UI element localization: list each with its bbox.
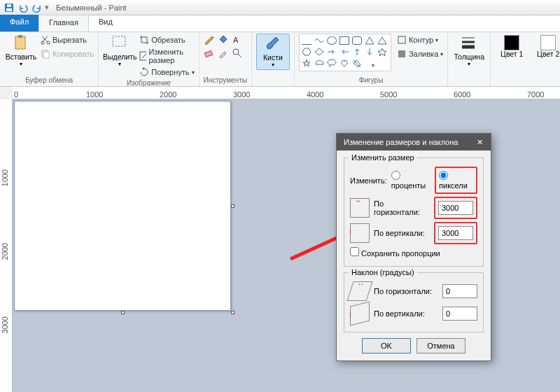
vert-input[interactable]	[438, 226, 473, 240]
pencil-icon[interactable]	[204, 34, 215, 45]
ribbon-tabs: Файл Главная Вид	[0, 15, 560, 32]
percent-radio[interactable]: проценты	[391, 171, 430, 190]
vert-label: По вертикали:	[374, 229, 430, 237]
color1-swatch	[504, 35, 519, 50]
scissors-icon	[41, 35, 50, 45]
group-label: Фигуры	[299, 76, 443, 85]
group-label	[256, 83, 290, 85]
tab-home[interactable]: Главная	[38, 15, 89, 31]
outline-icon	[397, 35, 407, 45]
svg-rect-3	[15, 36, 25, 49]
picker-icon[interactable]	[218, 48, 229, 59]
resize-handle[interactable]	[231, 311, 234, 314]
svg-rect-22	[398, 50, 405, 57]
svg-rect-10	[140, 52, 146, 60]
outline-button[interactable]: Контур ▾	[397, 34, 443, 46]
skew-fieldset: Наклон (градусы) ↔ По горизонтали: ↕ По …	[344, 272, 484, 332]
text-icon[interactable]: A	[232, 34, 243, 45]
skew-v-icon: ↕	[350, 302, 370, 326]
resize-handle[interactable]	[121, 311, 125, 314]
copy-button: Копировать	[41, 48, 94, 60]
dialog-titlebar[interactable]: Изменение размеров и наклона ✕	[337, 134, 491, 150]
svg-rect-8	[43, 52, 49, 58]
brushes-button[interactable]: Кисти▾	[256, 34, 290, 70]
ruler-horizontal: 0 1000 2000 3000 4000 5000 6000 7000	[13, 87, 560, 99]
svg-marker-14	[365, 37, 374, 44]
svg-marker-16	[302, 48, 311, 55]
fill-button[interactable]: Заливка ▾	[397, 48, 443, 60]
dialog-title-text: Изменение размеров и наклона	[344, 138, 458, 146]
quick-access-toolbar: ▾	[3, 1, 49, 14]
svg-marker-17	[315, 48, 323, 55]
ruler-vertical: 1000 2000 3000	[0, 99, 13, 392]
svg-rect-4	[18, 35, 22, 38]
group-clipboard: Вставить▾ Вырезать Копировать Буфер обме…	[0, 32, 99, 86]
pixels-radio[interactable]: пиксели	[439, 171, 473, 190]
svg-marker-19	[303, 59, 310, 66]
skew-h-input[interactable]	[442, 284, 477, 298]
change-by-label: Изменить:	[350, 176, 387, 185]
svg-marker-15	[378, 37, 386, 44]
svg-rect-1	[6, 8, 12, 11]
color1-button[interactable]: Цвет 1	[495, 34, 528, 60]
svg-point-20	[328, 59, 336, 65]
color2-button[interactable]: Цвет 2	[531, 34, 560, 60]
resize-button[interactable]: Изменить размер	[139, 48, 194, 64]
legend: Изменить размер	[349, 153, 417, 162]
ribbon: Вставить▾ Вырезать Копировать Буфер обме…	[0, 32, 560, 87]
ok-button[interactable]: OK	[362, 338, 411, 354]
group-label: Инструменты	[204, 76, 247, 85]
save-icon[interactable]	[3, 1, 15, 14]
vert-icon: ↕	[350, 223, 370, 243]
resize-dialog: Изменение размеров и наклона ✕ Изменить …	[336, 133, 491, 361]
tool-grid: A	[204, 34, 244, 60]
zoom-icon[interactable]	[232, 48, 243, 59]
svg-rect-2	[7, 4, 11, 7]
tab-file[interactable]: Файл	[0, 15, 38, 31]
paste-button[interactable]: Вставить▾	[4, 34, 38, 69]
legend: Наклон (градусы)	[349, 268, 417, 276]
size-button[interactable]: Толщина▾	[452, 34, 486, 69]
svg-point-6	[47, 41, 50, 44]
tab-view[interactable]: Вид	[89, 15, 122, 31]
group-label: Буфер обмена	[4, 76, 94, 85]
group-tools: A Инструменты	[200, 32, 252, 86]
brush-icon	[265, 36, 281, 52]
svg-text:A: A	[233, 36, 239, 44]
select-button[interactable]: Выделить▾	[103, 34, 136, 69]
crop-icon	[139, 35, 149, 45]
crop-button[interactable]: Обрезать	[139, 34, 194, 46]
canvas[interactable]	[14, 101, 231, 311]
rotate-icon	[139, 67, 149, 77]
skew-v-input[interactable]	[442, 307, 477, 321]
skew-h-label: По горизонтали:	[374, 287, 438, 295]
skew-v-label: По вертикали:	[374, 309, 438, 318]
resize-icon	[139, 51, 146, 61]
rotate-button[interactable]: Повернуть ▾	[139, 66, 194, 78]
size-icon	[461, 35, 477, 52]
horiz-input[interactable]	[438, 201, 473, 215]
window-title: Безымянный - Paint	[56, 4, 127, 12]
close-icon[interactable]: ✕	[472, 138, 486, 147]
eraser-icon[interactable]	[204, 48, 215, 59]
skew-h-icon: ↔	[346, 281, 372, 301]
shapes-gallery[interactable]: ▾	[299, 34, 391, 71]
resize-fieldset: Изменить размер Изменить: проценты пиксе…	[344, 158, 484, 267]
horiz-icon: ↔	[350, 198, 370, 218]
group-brushes: Кисти▾	[252, 32, 295, 86]
cut-button[interactable]: Вырезать	[41, 34, 94, 46]
cancel-button[interactable]: Отмена	[416, 338, 465, 354]
fill-icon	[397, 49, 407, 59]
redo-icon[interactable]	[31, 1, 43, 14]
select-icon	[111, 35, 128, 52]
bucket-icon[interactable]	[218, 34, 229, 45]
keep-ratio-checkbox[interactable]: Сохранить пропорции	[350, 247, 440, 258]
svg-rect-9	[113, 36, 125, 46]
svg-rect-21	[398, 36, 405, 43]
paste-icon	[13, 35, 29, 52]
group-shapes: ▾ Контур ▾ Заливка ▾ Фигуры	[295, 32, 448, 86]
horiz-label: По горизонтали:	[374, 200, 430, 216]
svg-marker-18	[378, 48, 386, 56]
resize-handle[interactable]	[231, 204, 234, 208]
undo-icon[interactable]	[17, 1, 29, 14]
